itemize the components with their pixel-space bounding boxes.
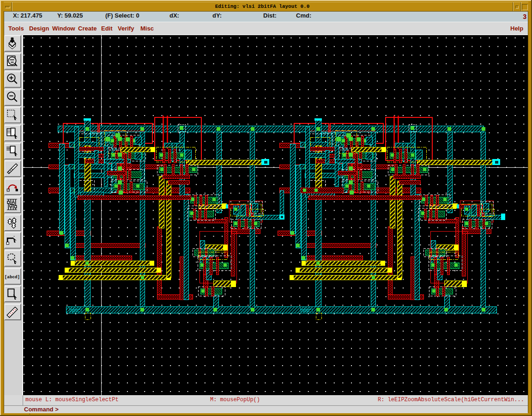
svg-text:[abcd]: [abcd] — [5, 275, 20, 280]
